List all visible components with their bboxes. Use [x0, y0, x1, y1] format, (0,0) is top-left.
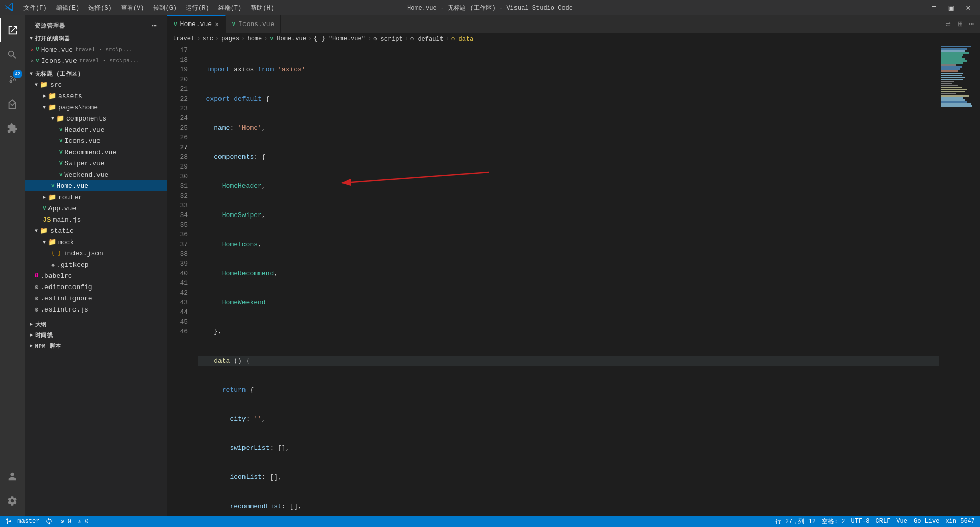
folder-assets[interactable]: ► 📁 assets	[24, 90, 167, 102]
file-babelrc[interactable]: B .babelrc	[24, 270, 167, 281]
file-app-vue[interactable]: V App.vue	[24, 203, 167, 214]
cursor-position[interactable]: 行 27，列 12	[775, 517, 816, 526]
tab-icons-vue[interactable]: V Icons.vue	[226, 15, 281, 33]
timeline-label: 时间线	[35, 331, 53, 339]
golive-button[interactable]: Go Live	[914, 518, 939, 525]
encoding[interactable]: UTF-8	[851, 518, 870, 525]
npm-chevron: ►	[30, 343, 33, 349]
close-button[interactable]: ✕	[962, 3, 975, 13]
file-main-js[interactable]: JS main.js	[24, 214, 167, 225]
tab-home-close[interactable]: ✕	[215, 20, 219, 29]
file-header-vue[interactable]: V Header.vue	[24, 124, 167, 135]
vue-icon-recommend: V	[59, 149, 63, 155]
file-index-json[interactable]: { } index.json	[24, 248, 167, 259]
open-editor-icons-vue[interactable]: ✕ V Icons.vue travel • src\pa...	[24, 55, 167, 66]
warnings-count[interactable]: ⚠ 0	[78, 518, 89, 525]
activity-scm[interactable]: 42	[0, 67, 24, 91]
menu-run[interactable]: 运行(R)	[182, 3, 213, 13]
folder-icon-static: 📁	[40, 227, 48, 235]
file-eslintignore[interactable]: ⚙ .eslintignore	[24, 293, 167, 304]
tab-home-vue[interactable]: V Home.vue ✕	[167, 15, 226, 33]
breadcrumb-home[interactable]: home	[247, 35, 262, 42]
breadcrumb-obj[interactable]: { } "Home.vue"	[314, 35, 365, 42]
folder-icon-comp: 📁	[56, 114, 64, 123]
errors-count[interactable]: ⊗ 0	[60, 518, 71, 525]
split-editor-button[interactable]: ⇌	[944, 18, 953, 30]
activity-settings[interactable]	[0, 489, 24, 513]
minimize-button[interactable]: −	[927, 3, 941, 13]
close-icon[interactable]: ✕	[31, 46, 34, 53]
code-line-32: recommendList: [],	[198, 501, 939, 511]
breadcrumb-default[interactable]: ⊕ default	[410, 35, 444, 43]
workspace-section[interactable]: ▼ 无标题 (工作区)	[24, 68, 167, 79]
folder-router[interactable]: ► 📁 router	[24, 191, 167, 203]
file-swiper-vue[interactable]: V Swiper.vue	[24, 158, 167, 169]
folder-src[interactable]: ▼ 📁 src	[24, 79, 167, 90]
npm-section[interactable]: ► NPM 脚本	[24, 341, 167, 351]
workspace-chevron: ▼	[30, 71, 33, 77]
file-recommend-vue[interactable]: V Recommend.vue	[24, 147, 167, 158]
file-weekend-vue[interactable]: V Weekend.vue	[24, 169, 167, 180]
code-area[interactable]: 17 18 19 20 21 22 23 24 25 26 27 28 29 3…	[167, 44, 980, 516]
workspace-label: 无标题 (工作区)	[35, 70, 81, 78]
breadcrumb-pages[interactable]: pages	[221, 35, 239, 42]
menu-goto[interactable]: 转到(G)	[149, 3, 181, 13]
code-line-31: iconList: [],	[198, 472, 939, 482]
sidebar-more-button[interactable]: ⋯	[152, 20, 157, 31]
menu-terminal[interactable]: 终端(T)	[214, 3, 246, 13]
open-editor-home-vue[interactable]: ✕ V Home.vue travel • src\p...	[24, 44, 167, 55]
file-icons-vue[interactable]: V Icons.vue	[24, 135, 167, 147]
json-icon: { }	[51, 250, 61, 256]
activity-account[interactable]	[0, 464, 24, 489]
breadcrumb-travel[interactable]: travel	[173, 35, 194, 42]
activity-bar: 42	[0, 15, 24, 516]
folder-static[interactable]: ▼ 📁 static	[24, 225, 167, 236]
titlebar: 文件(F) 编辑(E) 选择(S) 查看(V) 转到(G) 运行(R) 终端(T…	[0, 0, 980, 15]
folder-mock[interactable]: ▼ 📁 mock	[24, 236, 167, 248]
header-vue-label: Header.vue	[65, 126, 105, 134]
breadcrumb-src[interactable]: src	[202, 35, 213, 42]
file-editorconfig[interactable]: ⚙ .editorconfig	[24, 281, 167, 293]
file-eslintrc[interactable]: ⚙ .eslintrc.js	[24, 304, 167, 315]
pages-label: pages\home	[58, 104, 98, 111]
close-icon-2[interactable]: ✕	[31, 58, 34, 64]
breadcrumb-data[interactable]: ⊕ data	[451, 35, 473, 43]
eslintrc-icon: ⚙	[35, 306, 38, 314]
open-editors-chevron: ▼	[30, 36, 33, 41]
minimap	[939, 44, 980, 516]
activity-search[interactable]	[0, 42, 24, 67]
menu-edit[interactable]: 编辑(E)	[52, 3, 84, 13]
activity-debug[interactable]	[0, 91, 24, 116]
breadcrumb-script[interactable]: ⊕ script	[373, 35, 403, 43]
breadcrumb-file[interactable]: V Home.vue	[270, 35, 306, 42]
index-json-label: index.json	[63, 250, 103, 257]
folder-pages-home[interactable]: ▼ 📁 pages\home	[24, 102, 167, 113]
menu-help[interactable]: 帮助(H)	[247, 3, 278, 13]
folder-icon: 📁	[40, 81, 48, 89]
toggle-layout-button[interactable]: ⊞	[955, 18, 965, 30]
open-editors-section[interactable]: ▼ 打开的编辑器	[24, 33, 167, 44]
indent-size[interactable]: 空格: 2	[822, 517, 845, 526]
outline-section[interactable]: ► 大纲	[24, 319, 167, 330]
file-home-vue[interactable]: V Home.vue	[24, 180, 167, 191]
activity-explorer[interactable]	[0, 18, 24, 42]
menu-file[interactable]: 文件(F)	[19, 3, 51, 13]
language-mode[interactable]: Vue	[896, 518, 908, 525]
activity-extensions[interactable]	[0, 116, 24, 140]
code-content[interactable]: import axios from 'axios' export default…	[193, 44, 939, 516]
git-branch[interactable]: master	[5, 518, 39, 525]
more-actions-button[interactable]: ⋯	[967, 18, 976, 30]
static-label: static	[50, 227, 74, 235]
file-gitkeep[interactable]: ◆ .gitkeep	[24, 259, 167, 270]
branch-name: master	[17, 518, 39, 525]
menu-view[interactable]: 查看(V)	[117, 3, 149, 13]
plugin-status[interactable]: xin 5647	[945, 518, 975, 525]
timeline-section[interactable]: ► 时间线	[24, 330, 167, 341]
menu-select[interactable]: 选择(S)	[84, 3, 116, 13]
eol[interactable]: CRLF	[876, 518, 891, 525]
router-label: router	[58, 194, 82, 201]
vue-icon-weekend: V	[59, 172, 63, 178]
sync-button[interactable]	[45, 518, 54, 525]
maximize-button[interactable]: ▣	[945, 3, 958, 13]
folder-components[interactable]: ▼ 📁 components	[24, 113, 167, 124]
